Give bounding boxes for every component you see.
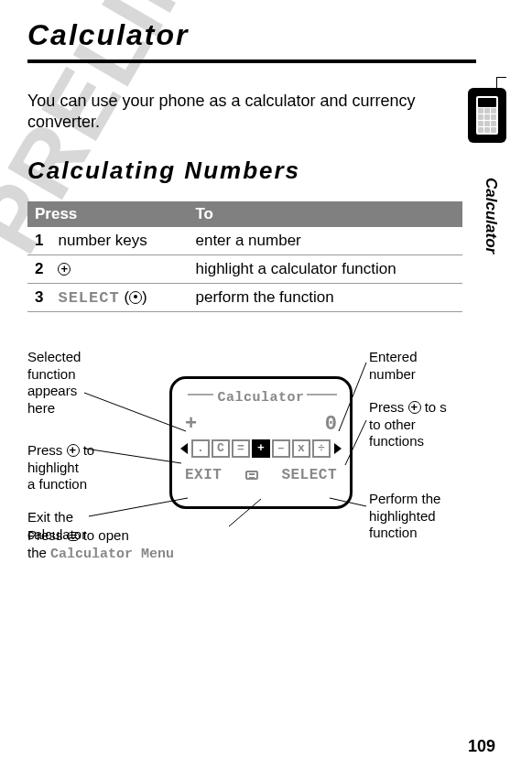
table-header-to: To	[188, 201, 462, 227]
scroll-left-icon	[180, 443, 188, 454]
row-num: 3	[27, 283, 50, 311]
func-eq: =	[232, 439, 250, 458]
table-row: 1 number keys enter a number	[27, 227, 462, 255]
diagram: Calculator + 0 . C = + – x ÷ EXIT SELECT	[27, 349, 476, 605]
nav-icon	[58, 263, 71, 276]
phone-screen: Calculator + 0 . C = + – x ÷ EXIT SELECT	[169, 376, 353, 509]
sidebar-label: Calculator	[482, 178, 500, 254]
softkey-menu-icon	[245, 471, 258, 480]
callout-selected: Selected function appears here	[27, 349, 81, 417]
func-dot: .	[191, 439, 210, 458]
select-label: SELECT	[58, 289, 119, 307]
func-div: ÷	[312, 439, 331, 458]
nav-icon	[408, 401, 421, 414]
func-c: C	[212, 439, 230, 458]
svg-line-1	[85, 449, 181, 463]
func-plus: +	[252, 439, 270, 458]
intro-text: You can use your phone as a calculator a…	[27, 91, 430, 134]
row-to: highlight a calculator function	[188, 255, 462, 283]
func-times: x	[292, 439, 310, 458]
callout-press-nav: Press tohighlighta function	[27, 442, 94, 493]
calculator-icon	[476, 96, 498, 135]
menu-icon	[67, 532, 80, 541]
screen-operator: +	[185, 413, 197, 436]
instruction-table: Press To 1 number keys enter a number 2 …	[27, 201, 462, 312]
screen-value: 0	[325, 413, 337, 436]
func-minus: –	[272, 439, 290, 458]
callout-press-scroll: Press to sto otherfunctions	[369, 399, 447, 450]
softkey-exit: EXIT	[185, 467, 222, 483]
page-number: 109	[468, 737, 495, 756]
scroll-right-icon	[334, 443, 342, 454]
table-row: 2 highlight a calculator function	[27, 255, 462, 283]
nav-icon	[67, 444, 80, 457]
calculator-menu-label: Calculator Menu	[50, 547, 174, 562]
row-press	[50, 255, 188, 283]
dot-button-icon	[129, 291, 142, 304]
callout-entered: Enterednumber	[369, 349, 418, 384]
row-to: perform the function	[188, 283, 462, 311]
callout-perform: Perform thehighlightedfunction	[369, 491, 440, 542]
screen-title: Calculator	[172, 390, 350, 406]
table-row: 3 SELECT () perform the function	[27, 283, 462, 311]
row-num: 2	[27, 255, 50, 283]
row-to: enter a number	[188, 227, 462, 255]
callout-press-menu: Press to openthe Calculator Menu	[27, 527, 174, 564]
row-num: 1	[27, 227, 50, 255]
title-rule	[27, 60, 476, 63]
function-row: . C = + – x ÷	[172, 439, 350, 458]
row-press: number keys	[50, 227, 188, 255]
section-heading: Calculating Numbers	[27, 157, 476, 185]
row-press: SELECT ()	[50, 283, 188, 311]
softkey-select: SELECT	[281, 467, 337, 483]
table-header-press: Press	[27, 201, 188, 227]
page-title: Calculator	[27, 18, 476, 52]
